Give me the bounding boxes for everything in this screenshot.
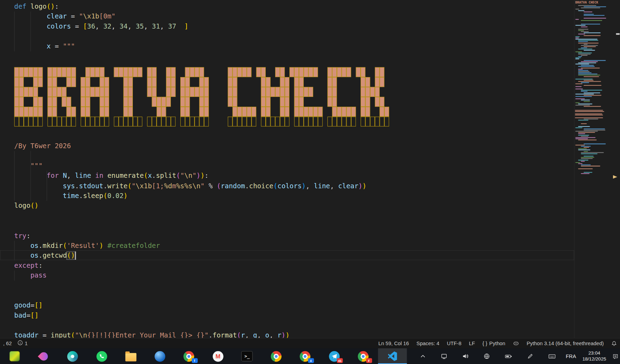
overview-mark-warning xyxy=(613,175,617,179)
code-line[interactable]: except: xyxy=(14,260,43,271)
overview-mark xyxy=(616,33,620,35)
indent-guide xyxy=(14,271,15,281)
problems-indicator[interactable]: 1 xyxy=(17,340,28,347)
blue-browser-app-icon xyxy=(154,351,165,362)
code-line[interactable]: def logo(): xyxy=(14,2,59,12)
clock[interactable]: 23:04 18/12/2025 xyxy=(582,350,606,362)
code-line[interactable]: time.sleep(0.02) xyxy=(14,191,128,201)
text-cursor xyxy=(75,251,76,260)
encoding-setting[interactable]: UTF-8 xyxy=(447,340,461,346)
clock-time: 23:04 xyxy=(582,350,606,356)
screen: def logo(): clear = "\x1b[0m" colors = [… xyxy=(0,0,620,364)
tray-chevron-up-icon[interactable] xyxy=(420,353,426,359)
tray-icons xyxy=(416,353,560,359)
taskbar-app-chrome[interactable]: 4 xyxy=(290,348,319,364)
taskbar-app-whatsapp[interactable] xyxy=(87,348,116,364)
eol-setting[interactable]: LF xyxy=(469,340,475,346)
current-line-highlight xyxy=(0,250,574,260)
terminal-icon: >_ xyxy=(241,351,253,361)
taskbar-app-terminal[interactable]: >_ xyxy=(233,348,262,364)
status-bar: , 62 1 Ln 59, Col 16 Spaces: 4 UTF-8 LF … xyxy=(0,338,620,348)
app-badge: F xyxy=(366,358,372,363)
tray-tablet-icon[interactable] xyxy=(441,353,447,359)
code-line[interactable]: clear = "\x1b[0m" xyxy=(14,12,115,22)
tray-speaker-icon[interactable] xyxy=(462,353,469,359)
taskbar-app-chrome[interactable] xyxy=(262,348,290,364)
app-badge: f xyxy=(191,358,197,363)
indent-guide xyxy=(30,151,31,201)
tray-pen-icon[interactable] xyxy=(527,353,533,359)
file-explorer-icon xyxy=(125,353,136,362)
pixel-art-app-icon xyxy=(9,351,20,361)
code-line[interactable]: sys.stdout.write("\x1b[1;%dm%s%s\n" % (r… xyxy=(14,181,366,191)
overview-ruler[interactable] xyxy=(611,0,620,338)
cursor-position[interactable]: Ln 59, Col 16 xyxy=(378,340,409,346)
taskbar-app-telegram[interactable]: 41 xyxy=(320,348,349,364)
feather-app-icon xyxy=(38,350,50,362)
editor-area[interactable]: def logo(): clear = "\x1b[0m" colors = [… xyxy=(0,0,620,338)
taskbar-app-file-explorer[interactable] xyxy=(116,348,145,364)
code-line[interactable]: try: xyxy=(14,231,30,241)
taskbar-app-blue-browser-app[interactable] xyxy=(145,348,174,364)
indent-guide xyxy=(14,12,15,51)
code-line[interactable]: bad=[] xyxy=(14,310,39,320)
code-line[interactable]: os.mkdir('Result') #createfolder xyxy=(14,241,160,251)
system-tray: FRA 23:04 18/12/2025 xyxy=(416,348,619,364)
taskbar-apps: fM>_441F xyxy=(0,348,407,364)
minimap[interactable]: BRATVA CHECK xyxy=(574,0,611,338)
language-mode[interactable]: { } Python xyxy=(483,340,506,346)
indent-guide xyxy=(30,12,31,51)
chrome-icon xyxy=(271,351,281,362)
taskbar: fM>_441F FRA 23:04 18/12/2025 xyxy=(0,348,620,364)
keyboard-language-indicator[interactable]: FRA xyxy=(566,353,576,359)
tray-network-icon[interactable] xyxy=(484,353,490,359)
app-badge: 4 xyxy=(308,358,314,363)
code-line[interactable]: x = """ xyxy=(14,41,75,52)
vscode-icon xyxy=(387,351,398,362)
indent-guide xyxy=(46,171,47,201)
action-center-icon[interactable] xyxy=(612,353,618,359)
gmail-icon: M xyxy=(213,351,224,362)
ascii-art-banner[interactable] xyxy=(14,67,389,127)
teal-browser-app-icon xyxy=(67,351,78,362)
taskbar-app-vscode[interactable] xyxy=(378,348,407,364)
indent-guide xyxy=(14,151,15,201)
tray-keyboard-icon[interactable] xyxy=(549,353,555,359)
tray-battery-icon[interactable] xyxy=(505,353,512,359)
braces-icon: { } xyxy=(483,340,487,346)
clock-date: 18/12/2025 xyxy=(582,356,606,362)
app-badge: 41 xyxy=(337,358,343,363)
python-interpreter[interactable]: Python 3.14 (64-bit, freethreaded) xyxy=(527,340,604,346)
code-line[interactable]: pass xyxy=(14,271,47,281)
whatsapp-icon xyxy=(96,351,107,362)
code-line[interactable]: """ xyxy=(14,161,43,171)
code-area[interactable]: def logo(): clear = "\x1b[0m" colors = [… xyxy=(0,0,620,338)
info-icon xyxy=(17,340,23,347)
taskbar-app-chrome[interactable]: f xyxy=(174,348,203,364)
code-line[interactable]: /By T6wer 2026 xyxy=(14,141,71,151)
taskbar-app-chrome[interactable]: F xyxy=(349,348,378,364)
taskbar-app-feather-app[interactable] xyxy=(29,348,58,364)
code-line[interactable]: logo() xyxy=(14,201,39,211)
bracket-match xyxy=(66,251,75,260)
code-line[interactable]: toaddr = input("\n{}[!]{}Enter Your Mail… xyxy=(14,331,289,338)
code-line[interactable]: colors = [36, 32, 34, 35, 31, 37 ] xyxy=(14,22,188,32)
language-label: Python xyxy=(489,340,505,346)
notifications-bell-icon[interactable] xyxy=(611,341,617,346)
info-count: 1 xyxy=(25,340,28,346)
taskbar-app-teal-browser-app[interactable] xyxy=(58,348,87,364)
status-left-text[interactable]: , 62 xyxy=(3,340,12,346)
indentation-setting[interactable]: Spaces: 4 xyxy=(416,340,439,346)
minimap-content xyxy=(575,0,611,338)
code-line[interactable]: good=[] xyxy=(14,301,43,311)
copilot-icon[interactable] xyxy=(513,340,519,346)
code-line[interactable]: for N, line in enumerate(x.split("\n")): xyxy=(14,171,209,181)
taskbar-app-gmail[interactable]: M xyxy=(203,348,232,364)
taskbar-app-pixel-art-app[interactable] xyxy=(0,348,29,364)
